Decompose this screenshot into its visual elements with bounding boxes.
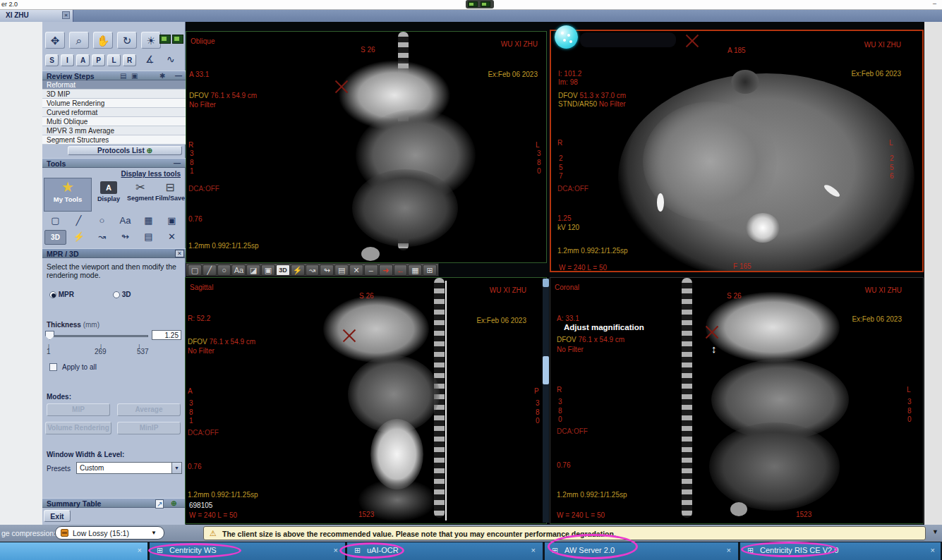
- orient-l-button[interactable]: L: [107, 54, 121, 66]
- tools-tab-segment[interactable]: ✂ Segment: [126, 178, 155, 212]
- minip-button[interactable]: MinIP: [117, 422, 181, 434]
- tab-centricity-ris[interactable]: ⊞ Centricity RIS CE V2.0 ×: [740, 542, 941, 560]
- segment-seed-tool-icon[interactable]: ⚡: [68, 230, 90, 245]
- apply-to-all-checkbox[interactable]: [49, 363, 57, 371]
- tab-uai-ocr[interactable]: ⊞ uAI-OCR ×: [347, 542, 543, 560]
- segment-seed-tool-icon[interactable]: ⚡: [291, 264, 305, 276]
- delete-tool-icon[interactable]: ✕: [349, 264, 363, 276]
- 3d-tool-icon[interactable]: 3D: [276, 264, 290, 276]
- image-scrollbar[interactable]: [543, 279, 549, 523]
- stack-tool-icon[interactable]: ▦: [138, 214, 159, 229]
- close-session-icon[interactable]: ×: [62, 11, 70, 19]
- close-tab-icon[interactable]: ×: [138, 546, 142, 554]
- film-save-tool-icon[interactable]: ▦: [408, 264, 422, 276]
- measure-curve-icon[interactable]: ∿: [167, 54, 175, 65]
- film-tool-icon[interactable]: ▤: [334, 264, 349, 276]
- close-tab-icon[interactable]: ×: [334, 546, 338, 554]
- camera-icon[interactable]: ▣: [131, 72, 138, 80]
- popout-arrow-icon[interactable]: ↗: [155, 499, 164, 509]
- minimize-tool-icon[interactable]: –: [364, 264, 378, 276]
- brightness-icon[interactable]: ☀: [141, 32, 161, 49]
- collapse-icon[interactable]: —: [174, 159, 181, 167]
- tab-current[interactable]: ×: [0, 542, 147, 560]
- viewport-oblique[interactable]: Oblique S 26 WU XI ZHU Ex:Feb 06 2023 A …: [186, 31, 547, 263]
- chevron-down-icon[interactable]: ▼: [171, 463, 181, 473]
- average-button[interactable]: Average: [117, 403, 181, 416]
- viewport-coronal[interactable]: Coronal S 26 WU XI ZHU Ex:Feb 06 2023 A:…: [550, 277, 924, 524]
- orient-p-button[interactable]: P: [92, 54, 105, 66]
- tab-centricity-ws[interactable]: ⊞ Centricity WS ×: [150, 542, 345, 560]
- curve-tool-icon[interactable]: ↝: [306, 264, 320, 276]
- scroll-up-button[interactable]: [543, 279, 549, 287]
- ellipse-roi-tool-icon[interactable]: ○: [217, 264, 231, 276]
- ruler-tool-icon[interactable]: ╱: [203, 264, 217, 276]
- presets-dropdown[interactable]: Custom ▼: [76, 462, 182, 474]
- orient-a-button[interactable]: A: [76, 54, 90, 66]
- collapse-icon[interactable]: —: [175, 72, 182, 80]
- rotate-icon[interactable]: ↻: [117, 32, 137, 49]
- orient-i-button[interactable]: I: [61, 54, 74, 66]
- review-step-item[interactable]: 3D MIP: [42, 90, 186, 99]
- 3d-tool-icon[interactable]: 3D: [44, 230, 66, 245]
- chevron-down-icon[interactable]: ▼: [932, 528, 938, 535]
- tools-tab-display[interactable]: A Display: [93, 178, 124, 212]
- layout-tool-icon[interactable]: ⊞: [423, 264, 437, 276]
- display-less-tools-link[interactable]: Display less tools: [121, 170, 181, 178]
- crosshair[interactable]: [341, 327, 358, 344]
- measure-angle-icon[interactable]: ∡: [145, 54, 155, 65]
- viewport-axial[interactable]: A 185 WU XI ZHU Ex:Feb 06 2023 I: 101.2 …: [550, 30, 924, 272]
- gear-icon[interactable]: ✱: [159, 72, 165, 80]
- text-annotation-tool-icon[interactable]: Aa: [231, 264, 246, 276]
- text-annotation-tool-icon[interactable]: Aa: [114, 214, 136, 229]
- tools-tab-filmsave[interactable]: ⊟ Film/Save: [155, 178, 185, 212]
- copy-tool-icon[interactable]: ▤: [138, 230, 159, 245]
- ai-processing-icon[interactable]: [555, 25, 578, 49]
- volume-rendering-button[interactable]: Volume Rendering: [45, 422, 111, 434]
- plus-icon[interactable]: ⊕: [171, 499, 176, 507]
- series-save-icon[interactable]: [159, 35, 171, 44]
- tab-aw-server[interactable]: ⊞ AW Server 2.0 ×: [545, 542, 738, 560]
- thickness-value-box[interactable]: 1.25: [152, 330, 181, 340]
- radio-mpr[interactable]: MPR: [49, 291, 74, 298]
- next-step-tool-icon[interactable]: ➜: [379, 264, 393, 276]
- viewport-sagittal[interactable]: Sagittal S 26 WU XI ZHU Ex:Feb 06 2023 R…: [185, 277, 547, 524]
- orient-s-button[interactable]: S: [45, 54, 59, 66]
- close-tab-icon[interactable]: ×: [931, 546, 935, 554]
- close-tab-icon[interactable]: ×: [727, 546, 731, 554]
- magnify-icon[interactable]: ⌕: [69, 32, 89, 49]
- my-tools-button[interactable]: ★ My Tools: [44, 178, 92, 212]
- mip-button[interactable]: MIP: [47, 403, 110, 416]
- curve-add-tool-icon[interactable]: ↬: [320, 264, 334, 276]
- prev-step-tool-icon[interactable]: ←: [394, 264, 408, 276]
- hand-icon[interactable]: ✋: [93, 32, 113, 49]
- exit-button[interactable]: Exit: [44, 510, 71, 522]
- thickness-slider-track[interactable]: [48, 335, 148, 337]
- curve-tool-icon[interactable]: ↝: [91, 230, 113, 245]
- review-step-item[interactable]: Multi Oblique: [42, 117, 186, 126]
- crosshair[interactable]: [684, 32, 701, 49]
- scroll-thumb[interactable]: [543, 356, 549, 384]
- crosshair[interactable]: [333, 78, 350, 95]
- film-icon[interactable]: ▤: [120, 72, 126, 80]
- minimize-button[interactable]: –: [933, 0, 936, 7]
- select-tool-icon[interactable]: ▢: [44, 214, 66, 229]
- ruler-tool-icon[interactable]: ╱: [68, 214, 90, 229]
- series-load-icon[interactable]: [172, 35, 183, 44]
- delete-tool-icon[interactable]: ✕: [161, 230, 183, 245]
- review-step-item[interactable]: Segment Structures: [42, 135, 186, 145]
- snapshot-tool-icon[interactable]: ▣: [261, 264, 275, 276]
- review-step-item[interactable]: Reformat: [42, 80, 186, 90]
- select-tool-icon[interactable]: ▢: [188, 264, 202, 276]
- eraser-tool-icon[interactable]: ◪: [246, 264, 260, 276]
- radio-3d[interactable]: 3D: [113, 291, 131, 298]
- protocols-list-button[interactable]: Protocols List ⊕: [68, 146, 182, 155]
- patient-session-tab[interactable]: XI ZHU ×: [0, 10, 73, 22]
- review-step-item[interactable]: Volume Rendering: [42, 99, 186, 108]
- crosshair[interactable]: [704, 324, 720, 341]
- pan-icon[interactable]: ✥: [45, 32, 65, 49]
- snapshot-tool-icon[interactable]: ▣: [161, 214, 183, 229]
- orient-r-button[interactable]: R: [123, 54, 136, 66]
- review-step-item[interactable]: MPVR 3 mm Average: [42, 126, 186, 135]
- ellipse-roi-tool-icon[interactable]: ○: [91, 214, 113, 229]
- thickness-slider-thumb[interactable]: [45, 331, 54, 340]
